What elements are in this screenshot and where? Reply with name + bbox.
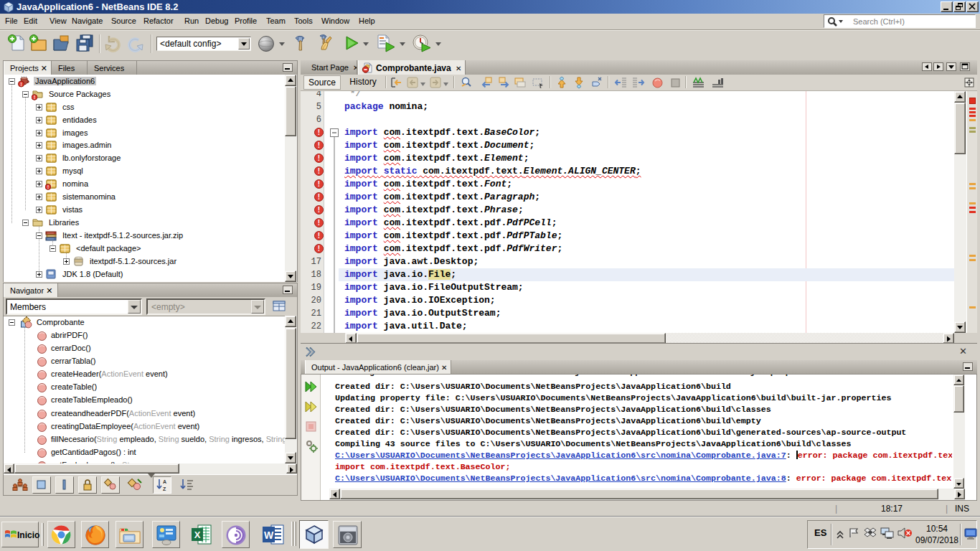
svg-text:Z: Z <box>163 486 166 491</box>
svg-text:!: ! <box>47 184 49 189</box>
svg-text:!: ! <box>34 95 35 100</box>
svg-text:X: X <box>194 529 201 540</box>
svg-text:!: ! <box>20 82 22 87</box>
svg-text:W: W <box>264 529 274 541</box>
svg-text:A: A <box>163 479 166 484</box>
